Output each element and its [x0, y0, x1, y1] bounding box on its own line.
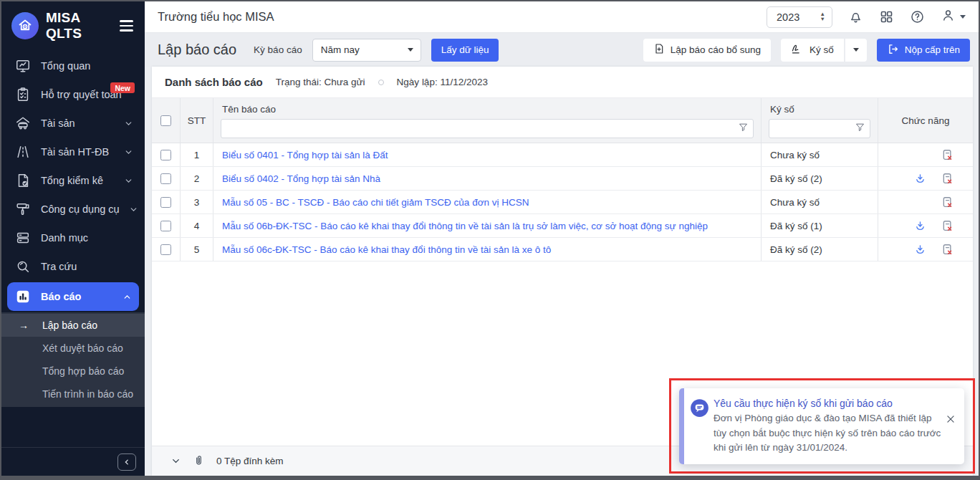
- paperclip-icon: [193, 455, 205, 467]
- table-header: STT Tên báo cáo Ký số: [152, 98, 973, 143]
- row-stt: 3: [181, 191, 213, 213]
- year-selector[interactable]: 2023 ▲▼: [767, 6, 832, 28]
- sign-filter-input[interactable]: [769, 119, 870, 138]
- row-stt: 2: [181, 167, 213, 190]
- filter-funnel-icon[interactable]: [855, 122, 865, 135]
- remove-report-icon[interactable]: [941, 243, 954, 256]
- sign-button[interactable]: Ký số: [781, 39, 844, 62]
- table-row: 4 Mẫu số 06b-ĐK-TSC - Báo cáo kê khai th…: [152, 214, 973, 238]
- remove-report-icon[interactable]: [941, 219, 954, 233]
- download-icon[interactable]: [914, 220, 926, 232]
- attachments-label: 0 Tệp đính kèm: [216, 456, 284, 466]
- year-spinner-icon[interactable]: ▲▼: [820, 12, 825, 21]
- file-plus-icon: [653, 43, 665, 57]
- select-all-checkbox[interactable]: [160, 115, 171, 126]
- signature-pen-icon: [791, 43, 804, 57]
- sign-status: Đã ký số (2): [762, 238, 878, 261]
- sidebar-item-ho-tro-quyet-toan[interactable]: Hỗ trợ quyết toán New: [1, 80, 145, 109]
- toast-title: Yêu cầu thực hiện ký số khi gửi báo cáo: [714, 398, 943, 409]
- column-header-actions: Chức năng: [878, 98, 973, 143]
- sidebar-nav: Tổng quan Hỗ trợ quyết toán New Tài sản …: [1, 52, 145, 447]
- sign-status: Đã ký số (1): [762, 214, 878, 237]
- row-checkbox[interactable]: [160, 221, 171, 231]
- row-checkbox[interactable]: [160, 150, 171, 160]
- page-title: Lập báo cáo: [158, 42, 236, 58]
- status-text: Trạng thái: Chưa gửi: [276, 77, 365, 87]
- remove-report-icon[interactable]: [941, 172, 954, 186]
- table-row: 1 Biểu số 0401 - Tổng hợp tài sản là Đất…: [152, 143, 973, 167]
- apps-grid-icon[interactable]: [879, 9, 894, 24]
- notification-toast: Yêu cầu thực hiện ký số khi gửi báo cáo …: [679, 388, 964, 464]
- submit-upper-level-button[interactable]: Nộp cấp trên: [877, 39, 970, 62]
- document-check-icon: [14, 173, 32, 188]
- user-icon: [941, 8, 956, 26]
- sidebar-item-tai-san[interactable]: Tài sản: [1, 109, 145, 138]
- sidebar-item-bao-cao[interactable]: Báo cáo: [7, 282, 139, 311]
- close-icon[interactable]: [946, 414, 956, 424]
- sign-status: Chưa ký số: [762, 191, 878, 213]
- table-row: 5 Mẫu số 06c-ĐK-TSC - Báo cáo kê khai th…: [152, 238, 973, 261]
- top-header: Trường tiểu học MISA 2023 ▲▼: [145, 1, 979, 33]
- chevron-down-icon: [124, 119, 133, 128]
- sign-dropdown-button[interactable]: [845, 39, 867, 62]
- download-icon[interactable]: [914, 244, 926, 256]
- sign-status: Chưa ký số: [762, 143, 878, 166]
- chevron-up-icon: [123, 292, 132, 302]
- help-icon[interactable]: [910, 9, 925, 24]
- list-title: Danh sách báo cáo: [165, 76, 263, 88]
- submit-arrow-icon: [887, 43, 899, 57]
- period-label: Kỳ báo cáo: [254, 44, 302, 55]
- remove-report-icon[interactable]: [941, 196, 954, 209]
- created-date-text: Ngày lập: 11/12/2023: [397, 77, 488, 87]
- row-stt: 5: [181, 238, 213, 261]
- submenu-item-lap-bao-cao[interactable]: → Lập báo cáo: [1, 314, 145, 337]
- submenu-item-xet-duyet-bao-cao[interactable]: Xét duyệt báo cáo: [1, 337, 145, 360]
- filter-funnel-icon[interactable]: [738, 122, 749, 135]
- collapse-sidebar-button[interactable]: [117, 453, 136, 471]
- row-checkbox[interactable]: [160, 244, 171, 255]
- report-name-link[interactable]: Biểu số 0401 - Tổng hợp tài sản là Đất: [213, 143, 762, 166]
- notification-bell-icon[interactable]: [848, 9, 863, 24]
- sidebar-item-danh-muc[interactable]: Danh mục: [1, 224, 145, 252]
- list-header: Danh sách báo cáo Trạng thái: Chưa gửi N…: [152, 67, 973, 98]
- report-name-link[interactable]: Biểu số 0402 - Tổng hợp tài sản Nhà: [213, 167, 762, 190]
- dashboard-icon: [14, 58, 32, 74]
- row-stt: 1: [181, 143, 213, 166]
- download-icon[interactable]: [914, 173, 926, 185]
- column-header-sign: Ký số: [762, 98, 878, 143]
- new-badge: New: [110, 82, 135, 93]
- row-checkbox[interactable]: [160, 197, 171, 208]
- report-name-link[interactable]: Mẫu số 06c-ĐK-TSC - Báo cáo kê khai thay…: [213, 238, 762, 261]
- sidebar-item-cong-cu-dung-cu[interactable]: Công cụ dụng cụ: [1, 195, 145, 224]
- sidebar-item-tai-san-ht-db[interactable]: Tài sản HT-ĐB: [1, 138, 145, 166]
- name-filter-input[interactable]: [221, 119, 754, 138]
- row-checkbox[interactable]: [160, 173, 171, 184]
- period-select[interactable]: Năm nay: [312, 39, 421, 62]
- get-data-button[interactable]: Lấy dữ liệu: [431, 39, 499, 62]
- sidebar-item-tra-cuu[interactable]: Tra cứu: [1, 252, 145, 281]
- submenu-item-tien-trinh-in-bao-cao[interactable]: Tiến trình in báo cáo: [1, 383, 145, 405]
- chat-bubble-icon: [690, 398, 709, 421]
- brand-name: MISA QLTS: [46, 10, 111, 42]
- misa-logo-icon: [11, 12, 39, 39]
- period-value: Năm nay: [321, 44, 360, 55]
- sidebar-item-tong-kiem-ke[interactable]: Tổng kiểm kê: [1, 166, 145, 195]
- submenu-item-tong-hop-bao-cao[interactable]: Tổng hợp báo cáo: [1, 360, 145, 383]
- toast-body: Đơn vị Phòng giáo dục & đào tạo MISA đã …: [714, 411, 943, 456]
- remove-report-icon[interactable]: [941, 148, 954, 162]
- menu-toggle-icon[interactable]: [118, 17, 135, 34]
- report-name-link[interactable]: Mẫu số 05 - BC - TSCĐ - Báo cáo chi tiết…: [213, 191, 762, 213]
- chevron-down-icon: [960, 15, 966, 19]
- user-menu[interactable]: [941, 8, 966, 26]
- chevron-down-icon: [408, 48, 413, 52]
- catalog-icon: [14, 230, 32, 246]
- year-value: 2023: [777, 11, 799, 23]
- paint-roller-icon: [14, 201, 32, 217]
- column-header-name: Tên báo cáo: [213, 98, 762, 143]
- sidebar-item-tong-quan[interactable]: Tổng quan: [1, 52, 145, 80]
- chevron-down-icon: [124, 148, 133, 157]
- chevron-down-icon[interactable]: [170, 456, 181, 466]
- supplement-report-button[interactable]: Lập báo cáo bổ sung: [643, 39, 771, 62]
- report-name-link[interactable]: Mẫu số 06b-ĐK-TSC - Báo cáo kê khai thay…: [213, 214, 762, 237]
- separator-dot-icon: [378, 80, 384, 85]
